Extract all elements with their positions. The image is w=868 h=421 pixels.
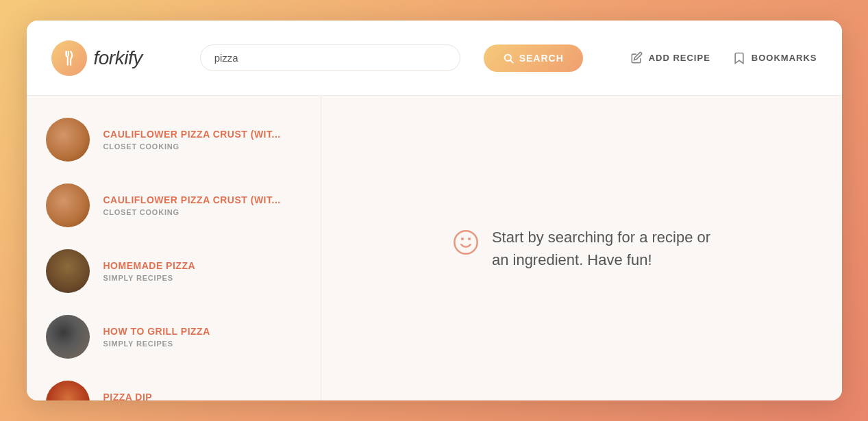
- recipe-thumbnail: [46, 315, 90, 359]
- smiley-icon: [452, 229, 480, 262]
- recipe-info: CAULIFLOWER PIZZA CRUST (WIT... CLOSET C…: [103, 194, 281, 216]
- bookmarks-button[interactable]: BOOKMARKS: [732, 51, 817, 65]
- list-item[interactable]: HOMEMADE PIZZA SIMPLY RECIPES: [27, 238, 321, 304]
- main-layout: CAULIFLOWER PIZZA CRUST (WIT... CLOSET C…: [27, 96, 842, 400]
- recipe-thumbnail: [46, 249, 90, 293]
- svg-point-2: [454, 231, 477, 253]
- list-item[interactable]: HOW TO GRILL PIZZA SIMPLY RECIPES: [27, 304, 321, 370]
- search-input[interactable]: [214, 52, 446, 64]
- recipe-info: HOMEMADE PIZZA SIMPLY RECIPES: [103, 260, 196, 282]
- welcome-text: Start by searching for a recipe or an in…: [492, 226, 710, 271]
- logo: forkify: [51, 40, 142, 76]
- header: forkify SEARCH ADD RECIPE: [27, 21, 842, 96]
- recipe-thumbnail: [46, 118, 90, 162]
- list-item[interactable]: CAULIFLOWER PIZZA CRUST (WIT... CLOSET C…: [27, 173, 321, 238]
- add-recipe-button[interactable]: ADD RECIPE: [630, 51, 710, 65]
- welcome-message: Start by searching for a recipe or an in…: [452, 226, 710, 271]
- sidebar: CAULIFLOWER PIZZA CRUST (WIT... CLOSET C…: [27, 96, 321, 400]
- recipe-thumbnail: [46, 381, 90, 400]
- search-bar: [200, 44, 460, 71]
- edit-icon: [630, 51, 643, 65]
- svg-line-1: [510, 60, 513, 63]
- bookmark-icon: [732, 51, 746, 65]
- app-container: forkify SEARCH ADD RECIPE: [27, 21, 842, 400]
- fork-knife-icon: [60, 49, 78, 67]
- content-area: Start by searching for a recipe or an in…: [321, 96, 842, 400]
- recipe-info: HOW TO GRILL PIZZA SIMPLY RECIPES: [103, 326, 210, 348]
- nav-actions: ADD RECIPE BOOKMARKS: [630, 51, 817, 65]
- list-item[interactable]: PIZZA DIP CLOSET COOKING: [27, 370, 321, 400]
- search-icon: [503, 53, 514, 64]
- recipe-thumbnail: [46, 183, 90, 227]
- recipe-info: CAULIFLOWER PIZZA CRUST (WIT... CLOSET C…: [103, 129, 281, 151]
- recipe-info: PIZZA DIP CLOSET COOKING: [103, 392, 179, 400]
- search-button[interactable]: SEARCH: [484, 44, 583, 72]
- list-item[interactable]: CAULIFLOWER PIZZA CRUST (WIT... CLOSET C…: [27, 107, 321, 173]
- app-name: forkify: [94, 47, 142, 69]
- logo-icon: [51, 40, 87, 76]
